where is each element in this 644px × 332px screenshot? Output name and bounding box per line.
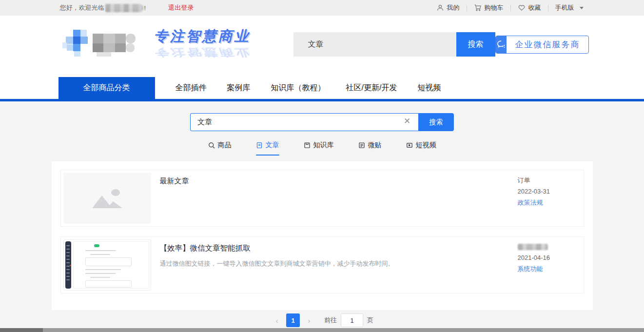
tab-short-video-label: 短视频 bbox=[416, 141, 436, 150]
mobile-version-dropdown[interactable]: 手机版 bbox=[548, 3, 590, 12]
username-blurred bbox=[105, 4, 143, 12]
article-icon bbox=[256, 142, 263, 149]
header-search: 搜索 bbox=[293, 32, 495, 57]
topbar: 您好，欢迎光临 ! 退出登录 我的 购物车 bbox=[0, 0, 644, 16]
slogan-reflection: 专注智慧商业 bbox=[154, 45, 251, 59]
chevron-down-icon bbox=[580, 7, 584, 9]
scrollbar-thumb[interactable] bbox=[0, 328, 43, 332]
cart-link[interactable]: 购物车 bbox=[467, 3, 510, 12]
thumbnail-admin-form bbox=[73, 241, 149, 289]
tab-goods[interactable]: 商品 bbox=[208, 141, 232, 153]
result-description: 通过微信图文链接，一键导入微信图文文章到商城文章营销中，减少手动发布时间。 bbox=[160, 259, 513, 268]
logout-link[interactable]: 退出登录 bbox=[168, 3, 194, 12]
result-thumbnail[interactable] bbox=[63, 173, 151, 224]
results-card: 最新文章 订单 2022-03-31 政策法规 bbox=[52, 161, 593, 310]
favorites-link[interactable]: 收藏 bbox=[511, 3, 548, 12]
next-page-button[interactable]: › bbox=[303, 313, 315, 327]
tab-posts[interactable]: 微贴 bbox=[358, 141, 382, 153]
heart-icon bbox=[518, 4, 526, 12]
result-title[interactable]: 最新文章 bbox=[160, 176, 513, 186]
my-account-link[interactable]: 我的 bbox=[429, 3, 467, 12]
tab-goods-label: 商品 bbox=[218, 141, 232, 150]
thumbnail-admin-sidebar bbox=[65, 241, 71, 289]
brand-slogan: 专注智慧商业 专注智慧商业 bbox=[154, 27, 251, 62]
cart-label: 购物车 bbox=[485, 3, 504, 12]
header-search-input[interactable] bbox=[293, 32, 456, 57]
greeting-text: 您好，欢迎光临 ! bbox=[60, 3, 146, 12]
my-account-label: 我的 bbox=[447, 3, 460, 12]
knowledge-icon bbox=[304, 142, 311, 149]
cart-icon bbox=[474, 4, 482, 12]
greeting-suffix: ! bbox=[144, 4, 146, 12]
mobile-version-label: 手机版 bbox=[555, 3, 574, 12]
result-meta: 订单 2022-03-31 政策法规 bbox=[518, 173, 581, 224]
main-content: ✕ 搜索 商品 文章 知识库 微贴 bbox=[0, 101, 644, 332]
image-placeholder-icon bbox=[90, 187, 124, 210]
thumbnail-toggle bbox=[94, 244, 99, 247]
meta-type: 订单 bbox=[518, 177, 581, 184]
meta-category-link[interactable]: 政策法规 bbox=[518, 199, 581, 206]
slogan-text: 专注智慧商业 bbox=[154, 27, 251, 46]
horizontal-scrollbar[interactable] bbox=[0, 328, 644, 332]
nav-item-community[interactable]: 社区/更新/开发 bbox=[346, 77, 397, 99]
site-logo[interactable]: 专注智慧商业 专注智慧商业 bbox=[52, 27, 251, 62]
wechat-work-icon bbox=[496, 39, 507, 50]
video-icon bbox=[406, 142, 413, 149]
search-icon bbox=[208, 142, 215, 149]
content-search-button[interactable]: 搜索 bbox=[418, 113, 454, 131]
nav-item-short-video[interactable]: 短视频 bbox=[417, 77, 441, 99]
tab-knowledge[interactable]: 知识库 bbox=[304, 141, 334, 153]
goto-page-input[interactable] bbox=[341, 313, 363, 327]
meta-date: 2021-04-16 bbox=[518, 254, 581, 261]
clear-search-icon[interactable]: ✕ bbox=[403, 117, 411, 126]
page-unit-label: 页 bbox=[367, 316, 373, 325]
logo-blurred-image bbox=[62, 27, 139, 62]
tab-knowledge-label: 知识库 bbox=[313, 141, 334, 150]
user-icon bbox=[436, 4, 444, 12]
nav-item-all-categories[interactable]: 全部商品分类 bbox=[59, 77, 155, 99]
result-meta: 2021-04-16 系统功能 bbox=[518, 239, 581, 291]
result-title[interactable]: 【效率】微信文章智能抓取 bbox=[160, 243, 513, 254]
tab-posts-label: 微贴 bbox=[368, 141, 382, 150]
post-icon bbox=[358, 142, 365, 149]
tab-articles-label: 文章 bbox=[266, 141, 279, 150]
wechat-service-label: 企业微信服务商 bbox=[507, 39, 589, 50]
tab-articles[interactable]: 文章 bbox=[256, 141, 279, 153]
site-header: 专注智慧商业 专注智慧商业 搜索 企业微信服务商 bbox=[0, 16, 644, 73]
result-thumbnail[interactable] bbox=[63, 239, 151, 291]
prev-page-button[interactable]: ‹ bbox=[271, 313, 283, 327]
header-search-button[interactable]: 搜索 bbox=[456, 32, 495, 57]
result-item[interactable]: 最新文章 订单 2022-03-31 政策法规 bbox=[60, 170, 584, 227]
content-search-bar: ✕ 搜索 bbox=[0, 113, 644, 131]
meta-author-blurred bbox=[518, 244, 548, 250]
tab-short-video[interactable]: 短视频 bbox=[406, 141, 436, 153]
result-type-tabs: 商品 文章 知识库 微贴 短视频 bbox=[0, 141, 644, 153]
nav-item-all-plugins[interactable]: 全部插件 bbox=[176, 77, 207, 99]
main-nav: 全部商品分类 全部插件 案例库 知识库（教程） 社区/更新/开发 短视频 bbox=[0, 73, 644, 101]
content-search-input[interactable] bbox=[190, 113, 418, 131]
nav-item-knowledge-base[interactable]: 知识库（教程） bbox=[271, 77, 326, 99]
wechat-icon-box bbox=[496, 36, 507, 54]
result-item[interactable]: 【效率】微信文章智能抓取 通过微信图文链接，一键导入微信图文文章到商城文章营销中… bbox=[60, 236, 584, 293]
greeting-prefix: 您好，欢迎光临 bbox=[60, 3, 104, 12]
favorites-label: 收藏 bbox=[528, 3, 541, 12]
meta-date: 2022-03-31 bbox=[518, 188, 581, 195]
meta-category-link[interactable]: 系统功能 bbox=[518, 266, 581, 273]
current-page-button[interactable]: 1 bbox=[286, 313, 300, 327]
goto-label: 前往 bbox=[324, 316, 337, 325]
pagination: ‹ 1 › 前往 页 bbox=[0, 313, 644, 327]
nav-item-case-library[interactable]: 案例库 bbox=[227, 77, 251, 99]
wechat-service-button[interactable]: 企业微信服务商 bbox=[495, 36, 589, 54]
